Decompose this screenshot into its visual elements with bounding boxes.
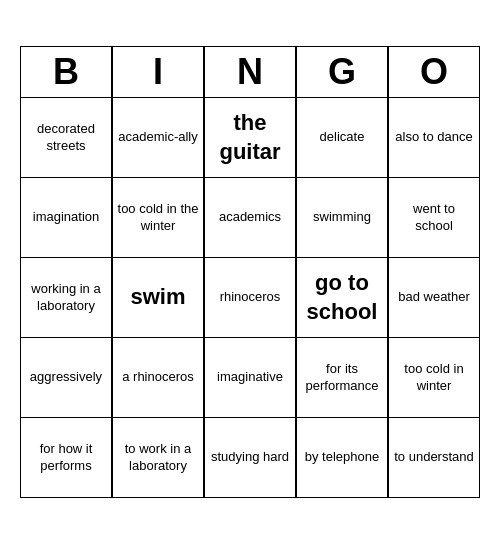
bingo-cell-9: went to school (388, 178, 480, 258)
bingo-cell-11: swim (112, 258, 204, 338)
bingo-cell-21: to work in a laboratory (112, 418, 204, 498)
header-letter-G: G (296, 46, 388, 98)
bingo-cell-5: imagination (20, 178, 112, 258)
bingo-cell-7: academics (204, 178, 296, 258)
bingo-cell-22: studying hard (204, 418, 296, 498)
bingo-cell-18: for its performance (296, 338, 388, 418)
bingo-cell-6: too cold in the winter (112, 178, 204, 258)
header-letter-N: N (204, 46, 296, 98)
bingo-cell-1: academic-ally (112, 98, 204, 178)
bingo-cell-8: swimming (296, 178, 388, 258)
bingo-cell-19: too cold in winter (388, 338, 480, 418)
bingo-card: BINGO decorated streetsacademic-allythe … (10, 36, 490, 508)
header-letter-I: I (112, 46, 204, 98)
header-letter-B: B (20, 46, 112, 98)
bingo-cell-24: to understand (388, 418, 480, 498)
bingo-cell-0: decorated streets (20, 98, 112, 178)
bingo-cell-14: bad weather (388, 258, 480, 338)
bingo-cell-17: imaginative (204, 338, 296, 418)
bingo-cell-16: a rhinoceros (112, 338, 204, 418)
bingo-cell-12: rhinoceros (204, 258, 296, 338)
bingo-cell-10: working in a laboratory (20, 258, 112, 338)
bingo-cell-20: for how it performs (20, 418, 112, 498)
bingo-cell-3: delicate (296, 98, 388, 178)
header-letter-O: O (388, 46, 480, 98)
bingo-cell-23: by telephone (296, 418, 388, 498)
bingo-cell-13: go to school (296, 258, 388, 338)
bingo-grid: decorated streetsacademic-allythe guitar… (20, 98, 480, 498)
bingo-cell-4: also to dance (388, 98, 480, 178)
bingo-cell-15: aggressively (20, 338, 112, 418)
bingo-cell-2: the guitar (204, 98, 296, 178)
bingo-header: BINGO (20, 46, 480, 98)
